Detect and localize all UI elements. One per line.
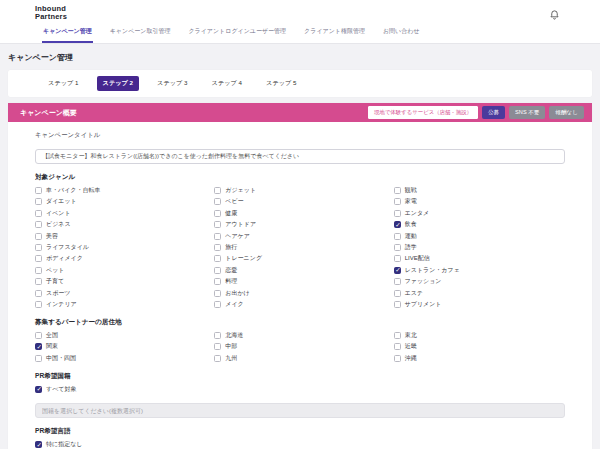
reward-badge[interactable]: 報酬なし [549, 106, 584, 119]
genre-checkbox[interactable]: エステ [394, 289, 565, 298]
residence-checkbox[interactable]: 関東 [35, 342, 206, 351]
checkbox-icon[interactable] [35, 441, 42, 448]
sns-badge[interactable]: SNS 不要 [509, 106, 545, 119]
checkbox-icon[interactable] [35, 290, 42, 297]
step-tab[interactable]: ステップ 4 [206, 76, 249, 91]
checkbox-icon[interactable] [35, 332, 42, 339]
language-none-checkbox[interactable]: 特に指定なし [35, 440, 565, 449]
checkbox-icon[interactable] [35, 386, 42, 393]
checkbox-icon[interactable] [35, 244, 42, 251]
checkbox-icon[interactable] [394, 198, 401, 205]
genre-checkbox[interactable]: メイク [214, 300, 385, 309]
genre-checkbox[interactable]: トレーニング [214, 254, 385, 263]
checkbox-icon[interactable] [35, 198, 42, 205]
genre-checkbox[interactable]: レストラン・カフェ [394, 266, 565, 275]
checkbox-icon[interactable] [214, 290, 221, 297]
genre-checkbox[interactable]: 美容 [35, 232, 206, 241]
genre-checkbox[interactable]: 車・バイク・自転車 [35, 186, 206, 195]
step-tab[interactable]: ステップ 3 [151, 76, 194, 91]
checkbox-icon[interactable] [35, 187, 42, 194]
residence-checkbox[interactable]: 沖縄 [394, 354, 565, 363]
genre-checkbox[interactable]: インテリア [35, 300, 206, 309]
nav-item[interactable]: キャンペーン管理 [42, 24, 93, 43]
checkbox-icon[interactable] [35, 301, 42, 308]
genre-checkbox[interactable]: ファッション [394, 277, 565, 286]
checkbox-icon[interactable] [214, 343, 221, 350]
genre-checkbox[interactable]: ダイエット [35, 197, 206, 206]
checkbox-icon[interactable] [214, 244, 221, 251]
residence-checkbox[interactable]: 近畿 [394, 342, 565, 351]
genre-checkbox[interactable]: ペット [35, 266, 206, 275]
checkbox-icon[interactable] [214, 210, 221, 217]
step-tab[interactable]: ステップ 2 [97, 76, 140, 91]
checkbox-icon[interactable] [214, 355, 221, 362]
genre-checkbox[interactable]: LIVE配信 [394, 254, 565, 263]
checkbox-icon[interactable] [214, 187, 221, 194]
nav-item[interactable]: クライアントログインユーザー管理 [187, 24, 287, 43]
checkbox-icon[interactable] [394, 301, 401, 308]
checkbox-icon[interactable] [35, 267, 42, 274]
nav-item[interactable]: キャンペーン取引管理 [109, 24, 172, 43]
checkbox-icon[interactable] [35, 355, 42, 362]
nationality-select-input[interactable] [35, 403, 565, 418]
genre-checkbox[interactable]: アウトドア [214, 220, 385, 229]
checkbox-icon[interactable] [214, 255, 221, 262]
checkbox-icon[interactable] [214, 332, 221, 339]
checkbox-icon[interactable] [214, 267, 221, 274]
genre-checkbox[interactable]: ボディメイク [35, 254, 206, 263]
genre-checkbox[interactable]: 子育て [35, 277, 206, 286]
checkbox-icon[interactable] [394, 187, 401, 194]
checkbox-icon[interactable] [394, 355, 401, 362]
checkbox-icon[interactable] [394, 233, 401, 240]
checkbox-icon[interactable] [35, 343, 42, 350]
checkbox-icon[interactable] [214, 198, 221, 205]
campaign-title-input[interactable] [35, 149, 565, 164]
genre-checkbox[interactable]: 料理 [214, 277, 385, 286]
checkbox-icon[interactable] [214, 301, 221, 308]
checkbox-icon[interactable] [394, 244, 401, 251]
genre-checkbox[interactable]: サプリメント [394, 300, 565, 309]
residence-checkbox[interactable]: 中国・四国 [35, 354, 206, 363]
genre-checkbox[interactable]: エンタメ [394, 209, 565, 218]
nationality-all-checkbox[interactable]: すべて対象 [35, 385, 565, 394]
step-tab[interactable]: ステップ 1 [42, 76, 85, 91]
checkbox-icon[interactable] [35, 221, 42, 228]
checkbox-icon[interactable] [214, 278, 221, 285]
checkbox-icon[interactable] [394, 278, 401, 285]
genre-checkbox[interactable]: ビジネス [35, 220, 206, 229]
residence-checkbox[interactable]: 全国 [35, 331, 206, 340]
residence-checkbox[interactable]: 北海道 [214, 331, 385, 340]
bell-icon[interactable] [549, 7, 560, 25]
checkbox-icon[interactable] [394, 332, 401, 339]
nav-item[interactable]: クライアント権限管理 [303, 24, 366, 43]
checkbox-icon[interactable] [394, 255, 401, 262]
step-tab[interactable]: ステップ 5 [260, 76, 303, 91]
checkbox-icon[interactable] [35, 255, 42, 262]
genre-checkbox[interactable]: 旅行 [214, 243, 385, 252]
genre-checkbox[interactable]: 恋愛 [214, 266, 385, 275]
residence-checkbox[interactable]: 東北 [394, 331, 565, 340]
genre-checkbox[interactable]: お出かけ [214, 289, 385, 298]
genre-checkbox[interactable]: ライフスタイル [35, 243, 206, 252]
checkbox-icon[interactable] [394, 267, 401, 274]
genre-checkbox[interactable]: スポーツ [35, 289, 206, 298]
genre-checkbox[interactable]: 健康 [214, 209, 385, 218]
public-badge[interactable]: 公募 [482, 106, 505, 119]
checkbox-icon[interactable] [214, 233, 221, 240]
genre-checkbox[interactable]: 飲食 [394, 220, 565, 229]
checkbox-icon[interactable] [394, 221, 401, 228]
genre-checkbox[interactable]: 観戦 [394, 186, 565, 195]
genre-checkbox[interactable]: ガジェット [214, 186, 385, 195]
checkbox-icon[interactable] [35, 210, 42, 217]
nav-item[interactable]: お問い合わせ [382, 24, 421, 43]
checkbox-icon[interactable] [35, 278, 42, 285]
genre-checkbox[interactable]: 運動 [394, 232, 565, 241]
genre-checkbox[interactable]: ベビー [214, 197, 385, 206]
checkbox-icon[interactable] [35, 233, 42, 240]
genre-checkbox[interactable]: ヘアケア [214, 232, 385, 241]
genre-checkbox[interactable]: イベント [35, 209, 206, 218]
genre-checkbox[interactable]: 語学 [394, 243, 565, 252]
checkbox-icon[interactable] [394, 343, 401, 350]
genre-checkbox[interactable]: 家電 [394, 197, 565, 206]
checkbox-icon[interactable] [394, 290, 401, 297]
